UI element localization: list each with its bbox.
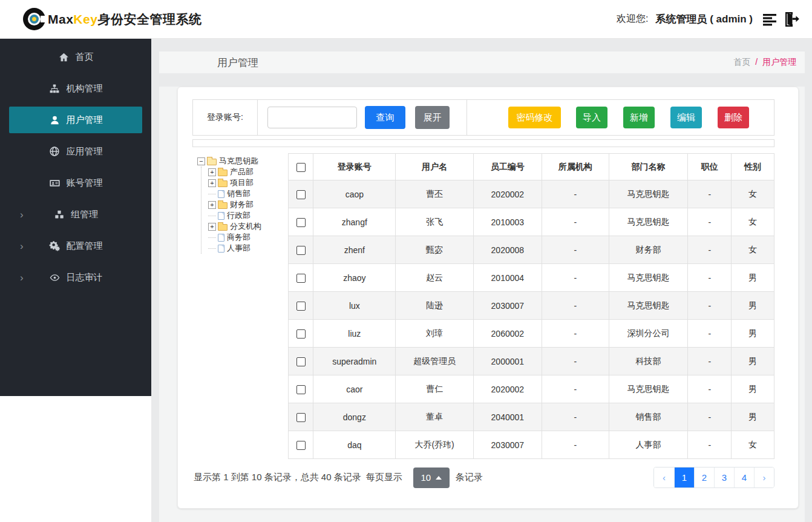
- logout-icon[interactable]: [781, 10, 800, 29]
- toolbar-divider: [467, 100, 467, 135]
- sidebar-item-label: 日志审计: [67, 272, 103, 283]
- brand-max: Max: [48, 12, 73, 26]
- sidebar-item-label: 用户管理: [67, 114, 103, 126]
- file-icon: [218, 234, 224, 242]
- page-button-2[interactable]: 2: [694, 467, 714, 487]
- page-size-dropdown[interactable]: 10: [413, 467, 450, 488]
- table-row: zhangf 张飞 2010003 - 马克思钥匙 - 女: [289, 208, 774, 236]
- sidebar-item-apps[interactable]: 应用管理: [9, 138, 142, 165]
- row-checkbox[interactable]: [296, 190, 306, 199]
- sidebar-item-label: 应用管理: [67, 146, 103, 157]
- sidebar-item-groups[interactable]: › 组管理: [9, 201, 142, 228]
- sidebar-item-label: 首页: [76, 51, 94, 63]
- row-checkbox[interactable]: [296, 357, 306, 366]
- breadcrumb-separator: /: [755, 57, 758, 67]
- sidebar-item-audit[interactable]: › 日志审计: [9, 264, 142, 291]
- chevron-right-icon: ›: [20, 241, 24, 251]
- table-row: caop 曹丕 2020002 - 马克思钥匙 - 女: [289, 180, 774, 208]
- prev-page-button[interactable]: ‹: [654, 467, 674, 487]
- brand-logo: MaxKey身份安全管理系统: [23, 8, 201, 30]
- per-page-suffix: 条记录: [456, 472, 483, 483]
- breadcrumb-home-link[interactable]: 首页: [733, 57, 750, 67]
- folder-icon: [218, 180, 228, 187]
- edit-button[interactable]: 编辑: [670, 107, 702, 128]
- chevron-right-icon: ›: [20, 210, 24, 220]
- row-checkbox[interactable]: [296, 441, 306, 450]
- sidebar-item-org[interactable]: 机构管理: [9, 75, 142, 102]
- sidebar-item-home[interactable]: 首页: [9, 44, 142, 70]
- sidebar-item-accounts[interactable]: 账号管理: [9, 170, 142, 196]
- tree-node: + 分支机构: [208, 221, 288, 232]
- column-header: 用户名: [396, 154, 474, 180]
- menu-list-icon[interactable]: [761, 10, 781, 29]
- login-account-input[interactable]: [267, 107, 357, 128]
- table-header-row: 登录账号 用户名 员工编号 所属机构 部门名称 职位 性别: [289, 154, 774, 180]
- table-row: superadmin 超级管理员 2000001 - 科技部 - 男: [289, 348, 774, 375]
- delete-button[interactable]: 删除: [718, 107, 749, 128]
- row-checkbox[interactable]: [296, 302, 306, 311]
- column-header: 员工编号: [473, 154, 542, 180]
- maxkey-logo-icon: [23, 8, 45, 30]
- tree-connector: [208, 237, 216, 238]
- page-button-3[interactable]: 3: [714, 467, 734, 487]
- search-toolbar: 登录账号: 查询 展开 密码修改 导入 新增 编辑 删除: [192, 99, 774, 136]
- tree-node: 商务部: [208, 232, 288, 243]
- users-table: 登录账号 用户名 员工编号 所属机构 部门名称 职位 性别: [288, 153, 774, 459]
- page-button-1[interactable]: 1: [674, 467, 694, 487]
- sidebar-item-config[interactable]: › 配置管理: [9, 233, 142, 259]
- tree-expand-icon[interactable]: +: [208, 223, 216, 231]
- table-row: lux 陆逊 2030007 - 马克思钥匙 - 男: [289, 292, 774, 320]
- pager: ‹ 1 2 3 4 ›: [653, 467, 774, 488]
- welcome-label: 欢迎您:: [617, 13, 648, 25]
- page-size-value: 10: [421, 472, 431, 483]
- breadcrumb-current: 用户管理: [762, 57, 796, 67]
- sidebar-item-label: 账号管理: [67, 177, 103, 189]
- tree-collapse-icon[interactable]: −: [197, 157, 205, 165]
- sidebar: 首页 机构管理 用户管理: [0, 39, 151, 522]
- top-header: MaxKey身份安全管理系统 欢迎您: 系统管理员 ( admin ): [0, 0, 812, 39]
- tree-connector: [208, 194, 216, 194]
- tree-node: + 财务部: [208, 199, 288, 210]
- page-title: 用户管理: [159, 56, 258, 70]
- import-button[interactable]: 导入: [576, 107, 607, 128]
- column-header: 部门名称: [609, 154, 688, 180]
- sidebar-item-label: 机构管理: [67, 83, 103, 94]
- select-all-checkbox[interactable]: [296, 163, 306, 172]
- chevron-right-icon: ›: [20, 273, 24, 283]
- row-checkbox[interactable]: [296, 329, 306, 339]
- page-button-4[interactable]: 4: [734, 467, 754, 487]
- sidebar-item-users[interactable]: 用户管理: [9, 107, 142, 133]
- brand-key: Key: [73, 12, 97, 26]
- tree-node: 销售部: [208, 188, 288, 199]
- tree-node-root: − 马克思钥匙: [197, 156, 288, 167]
- sitemap-icon: [49, 83, 61, 94]
- row-checkbox[interactable]: [296, 274, 306, 283]
- add-button[interactable]: 新增: [623, 107, 655, 128]
- row-checkbox[interactable]: [296, 413, 306, 422]
- tree-expand-icon[interactable]: +: [208, 168, 216, 176]
- query-button[interactable]: 查询: [365, 106, 405, 129]
- column-header: 登录账号: [313, 154, 396, 180]
- gears-icon: [49, 240, 61, 252]
- tree-connector: [208, 216, 216, 216]
- row-checkbox[interactable]: [296, 218, 306, 227]
- id-card-icon: [49, 177, 61, 189]
- per-page-label: 每页显示: [366, 472, 402, 483]
- table-row: zhenf 甄宓 2020008 - 财务部 - 女: [289, 236, 774, 264]
- brand-title: MaxKey身份安全管理系统: [48, 11, 201, 28]
- open-folder-icon: [207, 159, 217, 165]
- row-checkbox[interactable]: [296, 246, 306, 255]
- folder-icon: [218, 170, 228, 176]
- folder-icon: [218, 224, 228, 231]
- tree-expand-icon[interactable]: +: [208, 179, 216, 187]
- next-page-button[interactable]: ›: [754, 467, 774, 487]
- tree-expand-icon[interactable]: +: [208, 201, 216, 209]
- globe-icon: [49, 146, 61, 157]
- change-password-button[interactable]: 密码修改: [508, 107, 561, 128]
- table-row: liuz 刘璋 2060002 - 深圳分公司 - 男: [289, 320, 774, 348]
- row-checkbox[interactable]: [296, 385, 306, 394]
- expand-button[interactable]: 展开: [415, 106, 450, 129]
- table-row: daq 大乔(乔玮) 2030007 - 人事部 - 女: [289, 431, 774, 459]
- sidebar-item-label: 配置管理: [67, 240, 103, 252]
- table-row: zhaoy 赵云 2010004 - 马克思钥匙 - 男: [289, 264, 774, 292]
